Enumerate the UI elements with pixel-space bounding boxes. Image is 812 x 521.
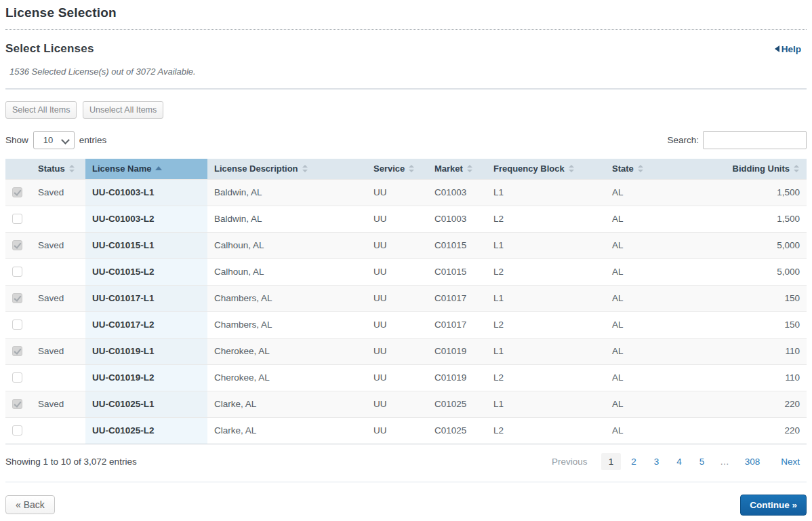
row-checkbox[interactable] bbox=[12, 346, 22, 356]
status-cell: Saved bbox=[31, 391, 85, 417]
status-cell: Saved bbox=[31, 232, 85, 258]
license-name-cell: UU-C01019-L1 bbox=[85, 338, 207, 364]
state-cell: AL bbox=[605, 206, 693, 232]
selection-summary: 1536 Selected License(s) out of 3072 Ava… bbox=[5, 64, 807, 90]
row-checkbox[interactable] bbox=[12, 425, 22, 436]
column-header-license-description[interactable]: License Description bbox=[207, 159, 367, 179]
bidding-units-cell: 220 bbox=[693, 391, 807, 417]
license-description-cell: Cherokee, AL bbox=[207, 338, 367, 364]
row-checkbox[interactable] bbox=[12, 320, 22, 330]
license-selection-page: License Selection Select Licenses Help 1… bbox=[0, 0, 812, 516]
pagination-page-308[interactable]: 308 bbox=[737, 453, 768, 470]
column-header-market[interactable]: Market bbox=[428, 159, 487, 179]
help-arrow-icon bbox=[775, 45, 779, 52]
license-description-cell: Baldwin, AL bbox=[207, 179, 367, 206]
checkbox-cell bbox=[5, 391, 31, 417]
row-checkbox[interactable] bbox=[12, 372, 22, 383]
frequency-block-cell: L1 bbox=[487, 391, 605, 417]
status-cell: Saved bbox=[31, 285, 85, 311]
table-row: UU-C01019-L2 Cherokee, AL UU C01019 L2 A… bbox=[5, 364, 807, 391]
table-row: Saved UU-C01015-L1 Calhoun, AL UU C01015… bbox=[5, 232, 807, 258]
sort-asc-icon bbox=[155, 165, 163, 172]
license-name-cell: UU-C01025-L1 bbox=[85, 391, 207, 417]
checkbox-column-header bbox=[5, 159, 31, 179]
pagination-page-1-current[interactable]: 1 bbox=[601, 453, 622, 470]
column-header-state[interactable]: State bbox=[605, 159, 693, 179]
state-cell: AL bbox=[605, 391, 693, 417]
market-cell: C01019 bbox=[428, 338, 487, 364]
bidding-units-cell: 150 bbox=[693, 311, 807, 338]
show-label: Show bbox=[5, 135, 28, 145]
continue-button[interactable]: Continue » bbox=[740, 495, 807, 516]
back-button[interactable]: « Back bbox=[5, 495, 55, 514]
sort-both-icon bbox=[569, 164, 575, 173]
sort-both-icon bbox=[69, 164, 75, 173]
sort-both-icon bbox=[409, 164, 415, 173]
column-header-status[interactable]: Status bbox=[31, 159, 85, 179]
table-footer: Showing 1 to 10 of 3,072 entries Previou… bbox=[5, 453, 807, 470]
service-cell: UU bbox=[367, 311, 428, 338]
entries-select-wrap: 10 bbox=[33, 131, 75, 149]
row-checkbox[interactable] bbox=[12, 267, 22, 277]
license-description-cell: Clarke, AL bbox=[207, 417, 367, 444]
frequency-block-cell: L2 bbox=[487, 258, 605, 285]
license-description-cell: Baldwin, AL bbox=[207, 206, 367, 232]
row-checkbox[interactable] bbox=[12, 240, 22, 250]
row-checkbox[interactable] bbox=[12, 399, 22, 409]
sort-both-icon bbox=[467, 164, 473, 173]
pagination-page-5[interactable]: 5 bbox=[692, 453, 712, 470]
column-header-service[interactable]: Service bbox=[367, 159, 428, 179]
search-label: Search: bbox=[667, 135, 699, 145]
license-name-cell: UU-C01003-L2 bbox=[85, 206, 207, 232]
frequency-block-cell: L2 bbox=[487, 417, 605, 444]
table-row: Saved UU-C01003-L1 Baldwin, AL UU C01003… bbox=[5, 179, 807, 206]
market-cell: C01025 bbox=[428, 391, 487, 417]
entries-label: entries bbox=[79, 135, 107, 145]
license-description-cell: Calhoun, AL bbox=[207, 258, 367, 285]
column-header-frequency-block[interactable]: Frequency Block bbox=[487, 159, 605, 179]
market-cell: C01019 bbox=[428, 364, 487, 391]
entries-select[interactable]: 10 bbox=[33, 131, 75, 149]
market-cell: C01017 bbox=[428, 285, 487, 311]
help-link[interactable]: Help bbox=[775, 44, 801, 54]
page-title: License Selection bbox=[5, 0, 807, 20]
unselect-all-button[interactable]: Unselect All Items bbox=[83, 101, 163, 119]
license-name-cell: UU-C01025-L2 bbox=[85, 417, 207, 444]
row-checkbox[interactable] bbox=[12, 293, 22, 303]
license-name-cell: UU-C01003-L1 bbox=[85, 179, 207, 206]
search-control: Search: bbox=[667, 131, 807, 149]
pagination-page-3[interactable]: 3 bbox=[647, 453, 667, 470]
help-label: Help bbox=[781, 44, 801, 54]
table-row: UU-C01025-L2 Clarke, AL UU C01025 L2 AL … bbox=[5, 417, 807, 444]
license-name-cell: UU-C01015-L1 bbox=[85, 232, 207, 258]
search-input[interactable] bbox=[703, 131, 807, 149]
selection-summary-text: 1536 Selected License(s) out of 3072 Ava… bbox=[9, 66, 196, 77]
pagination-page-4[interactable]: 4 bbox=[669, 453, 689, 470]
checkbox-cell bbox=[5, 338, 31, 364]
status-cell: Saved bbox=[31, 179, 85, 206]
column-header-license-name[interactable]: License Name bbox=[85, 159, 207, 179]
checkbox-cell bbox=[5, 364, 31, 391]
bidding-units-cell: 5,000 bbox=[693, 232, 807, 258]
select-all-button[interactable]: Select All Items bbox=[5, 101, 77, 119]
service-cell: UU bbox=[367, 179, 428, 206]
row-checkbox[interactable] bbox=[12, 187, 22, 197]
column-header-bidding-units[interactable]: Bidding Units bbox=[693, 159, 807, 179]
table-info: Showing 1 to 10 of 3,072 entries bbox=[5, 457, 137, 467]
bottom-actions: « Back Continue » bbox=[5, 495, 807, 516]
license-name-cell: UU-C01017-L2 bbox=[85, 311, 207, 338]
pagination-page-2[interactable]: 2 bbox=[624, 453, 644, 470]
frequency-block-cell: L2 bbox=[487, 206, 605, 232]
pagination-next[interactable]: Next bbox=[774, 453, 807, 470]
row-checkbox[interactable] bbox=[12, 214, 22, 224]
state-cell: AL bbox=[605, 311, 693, 338]
checkbox-cell bbox=[5, 311, 31, 338]
bidding-units-cell: 5,000 bbox=[693, 258, 807, 285]
table-row: Saved UU-C01017-L1 Chambers, AL UU C0101… bbox=[5, 285, 807, 311]
pagination-previous[interactable]: Previous bbox=[545, 453, 594, 470]
bulk-select-toolbar: Select All Items Unselect All Items bbox=[5, 101, 807, 119]
license-description-cell: Clarke, AL bbox=[207, 391, 367, 417]
frequency-block-cell: L1 bbox=[487, 285, 605, 311]
market-cell: C01025 bbox=[428, 417, 487, 444]
state-cell: AL bbox=[605, 364, 693, 391]
